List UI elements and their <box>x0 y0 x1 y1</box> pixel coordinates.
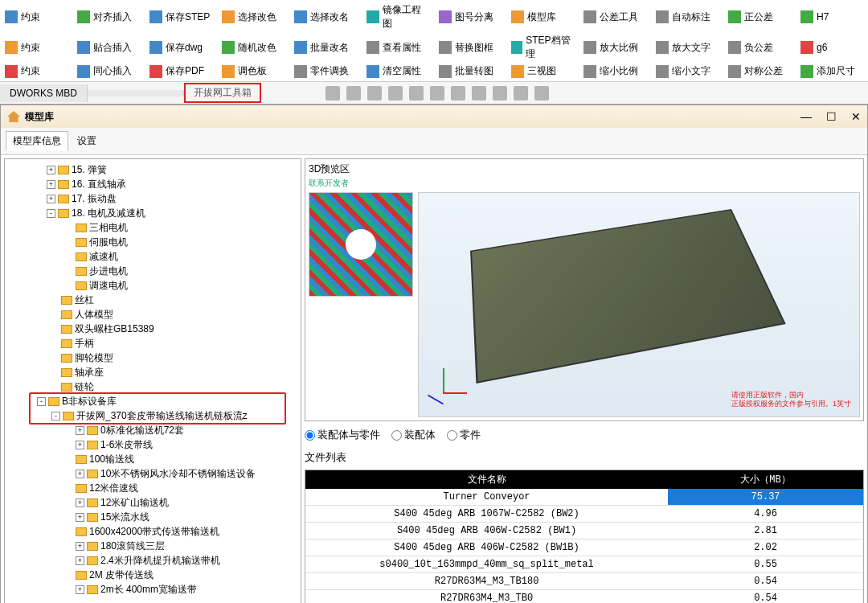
ribbon-cmd[interactable]: 同心插入 <box>72 63 145 80</box>
ribbon-cmd[interactable]: 模型库 <box>506 2 579 32</box>
file-table[interactable]: 文件名称 大小（MB） Turner Conveyor75.37S400 45d… <box>305 470 864 603</box>
ribbon-cmd[interactable]: 零件调换 <box>289 63 362 80</box>
tab-blank[interactable] <box>88 90 184 96</box>
maximize-button[interactable]: ☐ <box>826 110 837 123</box>
pan-icon[interactable] <box>388 86 403 100</box>
ribbon-cmd[interactable]: 选择改色 <box>217 2 289 32</box>
ribbon-cmd[interactable]: 缩小比例 <box>579 63 651 80</box>
expand-icon[interactable]: + <box>76 585 84 594</box>
ribbon-cmd[interactable]: 镜像工程图 <box>362 2 434 32</box>
appearance-icon[interactable] <box>493 86 507 100</box>
tree-node[interactable]: -18. 电机及减速机 <box>8 206 297 220</box>
ribbon-cmd[interactable]: 贴合插入 <box>72 32 145 63</box>
tree-node[interactable]: 步进电机 <box>8 264 297 278</box>
tree-node[interactable]: +1-6米皮带线 <box>8 437 297 452</box>
section-icon[interactable] <box>409 86 424 100</box>
expand-icon[interactable]: + <box>76 441 84 449</box>
tree-node[interactable]: +2m长 400mm宽输送带 <box>8 582 297 597</box>
expand-icon[interactable]: + <box>47 166 55 174</box>
ribbon-cmd[interactable]: 保存dwg <box>145 32 217 63</box>
th-filename[interactable]: 文件名称 <box>305 470 668 489</box>
tree-node[interactable]: +180滚筒线三层 <box>8 539 297 553</box>
tab-mbd[interactable]: DWORKS MBD <box>0 84 88 102</box>
tree-node[interactable]: 100输送线 <box>8 452 297 466</box>
radio-parts[interactable]: 零件 <box>447 428 481 442</box>
ribbon-cmd[interactable]: 约束 <box>0 32 72 63</box>
ribbon-cmd[interactable]: 保存STEP <box>145 2 217 32</box>
ribbon-cmd[interactable]: 缩小文字 <box>651 63 723 80</box>
close-button[interactable]: ✕ <box>851 110 861 123</box>
table-row[interactable]: S400 45deg ARB 406W-C2582 (BW1)2.81 <box>305 523 863 539</box>
radio-assembly-parts[interactable]: 装配体与零件 <box>305 428 380 442</box>
viewport-icon[interactable] <box>534 86 549 100</box>
tree-node[interactable]: 1600x42000带式传送带输送机 <box>8 524 297 539</box>
table-row[interactable]: R27DR63M4_M3_TB00.54 <box>305 590 863 604</box>
expand-icon[interactable]: + <box>47 180 55 189</box>
subtab-info[interactable]: 模型库信息 <box>6 131 68 151</box>
tree-node[interactable]: 人体模型 <box>8 307 297 322</box>
ribbon-cmd[interactable]: STEP档管理 <box>506 32 579 63</box>
minimize-button[interactable]: — <box>800 110 812 123</box>
expand-icon[interactable]: + <box>47 195 55 203</box>
tree-node[interactable]: +16. 直线轴承 <box>8 177 297 191</box>
display-style-icon[interactable] <box>430 86 444 100</box>
table-row[interactable]: R27DR63M4_M3_TB1800.54 <box>305 573 863 590</box>
ribbon-cmd[interactable]: 保存PDF <box>145 63 217 80</box>
tree-pane[interactable]: +15. 弹簧+16. 直线轴承+17. 振动盘-18. 电机及减速机三相电机伺… <box>4 158 301 603</box>
model-3d-view[interactable]: 请使用正版软件，国内 正版授权服务的文件参与引用。1英寸 <box>418 192 860 417</box>
expand-icon[interactable]: + <box>76 542 84 551</box>
tree-node[interactable]: 12米倍速线 <box>8 481 297 495</box>
ribbon-cmd[interactable]: 放大文字 <box>651 32 723 63</box>
iso-view-icon[interactable] <box>451 86 465 100</box>
table-row[interactable]: S400 45deg ARB 406W-C2582 (BW1B)2.02 <box>305 539 863 556</box>
ribbon-cmd[interactable]: 对称公差 <box>723 63 796 80</box>
radio-assembly[interactable]: 装配体 <box>391 428 436 442</box>
ribbon-cmd[interactable]: 负公差 <box>723 32 796 63</box>
tree-node[interactable]: 手柄 <box>8 336 297 351</box>
tree-node[interactable]: +17. 振动盘 <box>8 191 297 206</box>
ribbon-cmd[interactable]: 自动标注 <box>651 2 723 32</box>
tree-node[interactable]: +2.4米升降机提升机输送带机 <box>8 553 297 568</box>
th-size[interactable]: 大小（MB） <box>668 470 863 489</box>
ribbon-cmd[interactable]: 图号分离 <box>434 2 506 32</box>
tree-node[interactable]: +12米矿山输送机 <box>8 495 297 510</box>
visibility-icon[interactable] <box>472 86 486 100</box>
tree-node[interactable]: 双头螺柱GB15389 <box>8 322 297 336</box>
tree-node[interactable]: 2M 皮带传送线 <box>8 568 297 582</box>
table-row[interactable]: Turner Conveyor75.37 <box>305 489 863 506</box>
tree-node[interactable]: +15. 弹簧 <box>8 162 297 177</box>
ribbon-cmd[interactable]: 批量转图 <box>434 63 506 80</box>
tree-node[interactable]: 减速机 <box>8 249 297 264</box>
table-row[interactable]: s0400_10t_163mmpd_40mm_sq_split_metal0.5… <box>305 556 863 573</box>
tab-toolbox[interactable]: 开拔网工具箱 <box>184 83 261 103</box>
ribbon-cmd[interactable]: 添加尺寸 <box>796 63 868 80</box>
ribbon-cmd[interactable]: 随机改色 <box>217 32 289 63</box>
expand-icon[interactable]: + <box>76 426 84 435</box>
ribbon-cmd[interactable]: 查看属性 <box>362 32 434 63</box>
ribbon-cmd[interactable]: 约束 <box>0 63 72 80</box>
rotate-icon[interactable] <box>367 86 382 100</box>
expand-icon[interactable]: + <box>76 498 84 507</box>
tree-node[interactable]: 脚轮模型 <box>8 351 297 365</box>
tree-node[interactable]: +10米不锈钢风水冷却不锈钢输送设备 <box>8 466 297 481</box>
ribbon-cmd[interactable]: 批量改名 <box>289 32 362 63</box>
tree-node[interactable]: +0标准化输送机72套 <box>8 423 297 437</box>
tree-node[interactable]: 伺服电机 <box>8 235 297 249</box>
tree-node[interactable]: 三相电机 <box>8 220 297 235</box>
zoom-area-icon[interactable] <box>346 86 361 100</box>
table-row[interactable]: S400 45deg ARB 1067W-C2582 (BW2)4.96 <box>305 506 863 523</box>
tree-node[interactable]: 轴承座 <box>8 365 297 379</box>
expand-icon[interactable]: + <box>76 470 84 478</box>
zoom-fit-icon[interactable] <box>326 86 340 100</box>
ribbon-cmd[interactable]: 三视图 <box>506 63 579 80</box>
ribbon-cmd[interactable]: 调色板 <box>217 63 289 80</box>
ribbon-cmd[interactable]: 公差工具 <box>579 2 651 32</box>
ribbon-cmd[interactable]: 选择改名 <box>289 2 362 32</box>
expand-icon[interactable]: + <box>76 556 84 565</box>
tree-node[interactable]: 调速电机 <box>8 278 297 293</box>
ribbon-cmd[interactable]: H7 <box>796 2 868 32</box>
ribbon-cmd[interactable]: 清空属性 <box>362 63 434 80</box>
ribbon-cmd[interactable]: g6 <box>796 32 868 63</box>
expand-icon[interactable]: + <box>76 513 84 522</box>
ribbon-cmd[interactable]: 正公差 <box>723 2 796 32</box>
